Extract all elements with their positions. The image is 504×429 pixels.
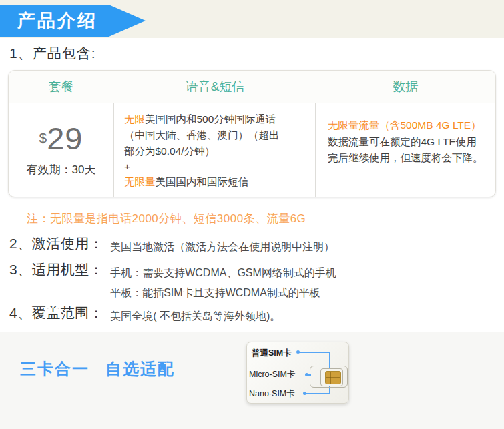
voice-text: 美国国内和500分钟国际通话 （中国大陆、香港、澳门）（超出 部分为$0.04/… — [124, 113, 280, 157]
sms-unlimited-highlight: 无限量 — [124, 176, 156, 187]
price-value: 29 — [47, 121, 83, 156]
plus-separator: + — [124, 159, 308, 174]
slogan-self-adapt: 自选适配 — [105, 360, 175, 378]
sms-text: 美国国内和国际短信 — [156, 176, 249, 187]
item-activation: 2、激活使用： 美国当地激活（激活方法会在使用说明中注明） — [9, 234, 334, 257]
sms-description: 无限量美国国内和国际短信 — [124, 174, 308, 190]
item-devices-tablet-desc: 平板：能插SIM卡且支持WCDMA制式的平板 — [110, 283, 336, 303]
top-band: 产品介绍 — [0, 0, 504, 38]
item-devices-heading: 3、适用机型： — [9, 260, 103, 279]
section-heading-product-includes: 1、产品包含: — [9, 44, 96, 63]
data-text: 数据流量可在额定的4G LTE使用 完后继续使用，但速度将会下降。 — [328, 134, 489, 166]
sim-label-micro: Micro-SIM卡 — [249, 369, 295, 380]
price-currency: $ — [39, 130, 47, 145]
data-unlimited-highlight: 无限量流量（含500MB 4G LTE） — [328, 117, 489, 134]
header-cell-voice-sms: 语音&短信 — [114, 71, 316, 103]
banner-title: 产品介绍 — [0, 5, 109, 37]
header-cell-data: 数据 — [316, 71, 495, 103]
product-intro-banner: 产品介绍 — [0, 5, 109, 37]
plan-price: $29 — [39, 123, 83, 154]
item-coverage-heading: 4、覆盖范围： — [9, 304, 103, 322]
voice-sms-cell: 无限美国国内和500分钟国际通话 （中国大陆、香港、澳门）（超出 部分为$0.0… — [114, 103, 316, 197]
voice-unlimited-highlight: 无限 — [124, 113, 145, 125]
item-compatible-devices: 3、适用机型： 手机：需要支持WCDMA、GSM网络制式的手机 平板：能插SIM… — [9, 260, 336, 303]
plan-validity: 有效期：30天 — [27, 162, 96, 177]
banner-arrow-icon — [109, 5, 146, 37]
plan-cell: $29 有效期：30天 — [9, 103, 114, 197]
sim-label-nano: Nano-SIM卡 — [249, 388, 295, 400]
plan-table-header-row: 套餐 语音&短信 数据 — [9, 71, 495, 103]
header-cell-plan: 套餐 — [9, 71, 114, 103]
voice-description: 无限美国国内和500分钟国际通话 （中国大陆、香港、澳门）（超出 部分为$0.0… — [124, 111, 308, 159]
slogan-three-in-one: 三卡合一 — [20, 360, 89, 378]
sim-label-standard: 普通SIM卡 — [252, 348, 292, 359]
connector-line — [299, 352, 330, 353]
sim-chip-icon — [325, 371, 341, 384]
item-coverage-desc: 美国全境( 不包括关岛等海外领地)。 — [110, 306, 280, 326]
item-activation-heading: 2、激活使用： — [9, 234, 103, 253]
item-coverage: 4、覆盖范围： 美国全境( 不包括关岛等海外领地)。 — [9, 304, 280, 326]
sim-card-image: 普通SIM卡 Micro-SIM卡 Nano-SIM卡 — [246, 342, 349, 404]
item-activation-desc: 美国当地激活（激活方法会在使用说明中注明） — [110, 237, 334, 257]
connector-line — [306, 393, 330, 394]
item-devices-phone-desc: 手机：需要支持WCDMA、GSM网络制式的手机 — [110, 263, 336, 283]
plan-table: 套餐 语音&短信 数据 $29 有效期：30天 无限美国国内和500分钟国际通话… — [8, 70, 496, 197]
plan-table-body-row: $29 有效期：30天 无限美国国内和500分钟国际通话 （中国大陆、香港、澳门… — [9, 103, 495, 197]
slogan: 三卡合一自选适配 — [20, 358, 175, 380]
data-cell: 无限量流量（含500MB 4G LTE） 数据流量可在额定的4G LTE使用 完… — [316, 103, 495, 197]
unlimited-note: 注：无限量是指电话2000分钟、短信3000条、流量6G — [27, 211, 306, 226]
product-intro-page: 产品介绍 1、产品包含: 套餐 语音&短信 数据 $29 有效期：30天 无限美… — [0, 0, 504, 429]
